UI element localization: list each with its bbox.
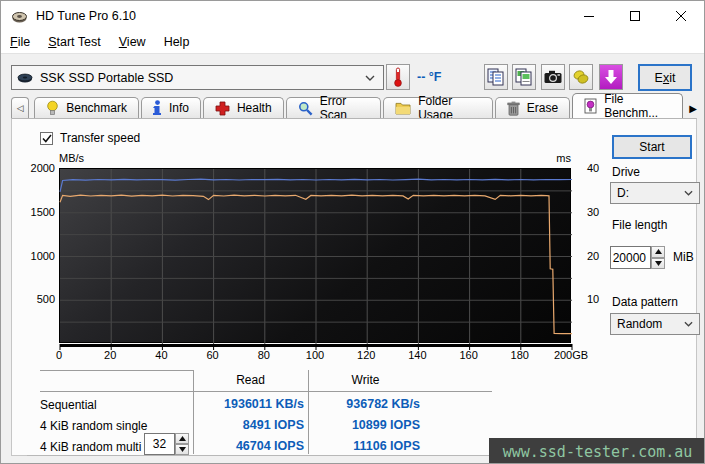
chevron-down-icon <box>365 75 375 81</box>
copy-image-icon <box>515 68 533 86</box>
donate-button[interactable] <box>569 64 593 90</box>
drive-select[interactable]: D: <box>610 182 700 204</box>
file-benchmark-panel: Transfer speed MB/s ms 200015001000500 4… <box>11 118 697 456</box>
close-button[interactable] <box>658 1 704 31</box>
thermometer-icon <box>393 67 403 87</box>
file-length-label: File length <box>612 218 667 232</box>
tab-erase[interactable]: Erase <box>495 97 570 118</box>
minimize-button[interactable] <box>566 1 612 31</box>
tab-file-benchmark-label: File Benchm... <box>604 92 671 120</box>
x-tick-label: 80 <box>258 349 270 361</box>
queue-depth-input[interactable]: 32 <box>144 433 175 455</box>
screenshot-button[interactable] <box>541 64 565 90</box>
table-header-line <box>40 391 492 392</box>
drive-disk-icon <box>17 72 33 84</box>
donate-hands-icon <box>572 68 590 86</box>
stepper-up-icon[interactable] <box>175 433 189 444</box>
random-single-read-value: 8491 IOPS <box>193 418 304 432</box>
magnifier-icon <box>298 101 313 116</box>
y-axis-left-tick-labels: 200015001000500 <box>12 168 55 343</box>
data-pattern-label: Data pattern <box>612 295 678 309</box>
x-tick-label: 140 <box>408 349 426 361</box>
menu-help[interactable]: Help <box>155 33 199 51</box>
file-benchmark-icon <box>584 98 597 114</box>
tab-folder-usage[interactable]: Folder Usage <box>383 97 493 118</box>
y-left-tick-label: 500 <box>37 293 55 305</box>
write-column-header: Write <box>308 373 423 387</box>
camera-icon <box>544 70 562 84</box>
hd-tune-window: HD Tune Pro 6.10 File Start Test View He… <box>0 0 705 464</box>
tab-health[interactable]: Health <box>203 97 284 118</box>
drive-label: Drive <box>612 165 640 179</box>
scroll-left-icon: ◁ <box>17 103 24 113</box>
file-length-stepper[interactable] <box>651 246 665 269</box>
drive-selector-dropdown[interactable]: SSK SSD Portable SSD <box>11 65 384 90</box>
start-button[interactable]: Start <box>612 135 692 159</box>
download-arrow-icon <box>604 69 618 85</box>
maximize-icon <box>630 11 641 22</box>
maximize-button[interactable] <box>612 1 658 31</box>
chart-plot-area <box>60 169 572 351</box>
x-tick-label: 20 <box>104 349 116 361</box>
tab-file-benchmark[interactable]: File Benchm... <box>572 93 683 118</box>
stepper-down-icon[interactable] <box>651 258 665 270</box>
tab-benchmark[interactable]: Benchmark <box>34 97 139 118</box>
title-bar: HD Tune Pro 6.10 <box>1 1 704 31</box>
transfer-speed-checkbox[interactable] <box>40 132 53 145</box>
checkmark-icon <box>42 134 52 143</box>
drive-selector-value: SSK SSD Portable SSD <box>40 71 365 85</box>
temperature-button[interactable] <box>386 64 410 90</box>
tab-benchmark-label: Benchmark <box>66 101 127 115</box>
queue-depth-stepper[interactable] <box>175 433 189 455</box>
random-multi-write-value: 11106 IOPS <box>308 439 420 453</box>
close-icon <box>676 11 687 22</box>
y-axis-left-title: MB/s <box>59 152 84 164</box>
tab-error-scan[interactable]: Error Scan <box>286 97 382 118</box>
toolbar: SSK SSD Portable SSD -- °F <box>1 53 704 93</box>
info-icon <box>153 100 162 116</box>
tab-scroll-left-button[interactable]: ◁ <box>11 97 29 118</box>
x-tick-label: 40 <box>155 349 167 361</box>
x-axis-tick-labels: 020406080100120140160180200GB <box>59 349 571 363</box>
x-tick-label: 180 <box>511 349 529 361</box>
sequential-write-value: 936782 KB/s <box>308 397 420 411</box>
stepper-down-icon[interactable] <box>175 444 189 455</box>
data-pattern-select[interactable]: Random <box>610 313 700 335</box>
folder-icon <box>395 102 411 115</box>
tab-info-label: Info <box>169 101 189 115</box>
table-top-line <box>40 370 193 371</box>
x-tick-label: 60 <box>206 349 218 361</box>
copy-image-button[interactable] <box>512 64 536 90</box>
x-tick-label: 0 <box>56 349 62 361</box>
y-right-tick-label: 10 <box>587 293 599 305</box>
menu-start-test[interactable]: Start Test <box>39 33 110 51</box>
sequential-read-value: 1936011 KB/s <box>193 397 304 411</box>
y-right-tick-label: 40 <box>587 162 599 174</box>
data-pattern-value: Random <box>617 317 684 331</box>
chevron-down-icon <box>684 190 693 196</box>
lightbulb-icon <box>46 100 59 116</box>
tab-health-label: Health <box>237 101 272 115</box>
read-column-header: Read <box>193 373 308 387</box>
tab-info[interactable]: Info <box>141 97 201 118</box>
stepper-up-icon[interactable] <box>651 246 665 258</box>
row-random-multi-label: 4 KiB random multi <box>40 440 141 454</box>
health-cross-icon <box>215 101 230 116</box>
copy-text-icon <box>487 68 505 86</box>
app-disk-icon <box>11 8 28 25</box>
temperature-value: -- °F <box>417 70 441 84</box>
transfer-speed-chart <box>59 168 571 343</box>
download-button[interactable] <box>599 64 623 90</box>
drive-select-value: D: <box>617 186 684 200</box>
exit-button[interactable]: Exit <box>638 64 692 91</box>
tab-erase-label: Erase <box>527 101 558 115</box>
file-length-input[interactable]: 20000 <box>610 246 651 269</box>
menu-view[interactable]: View <box>110 33 155 51</box>
x-tick-label: 160 <box>459 349 477 361</box>
random-multi-read-value: 46704 IOPS <box>193 439 304 453</box>
row-random-single-label: 4 KiB random single <box>40 419 147 433</box>
copy-text-button[interactable] <box>484 64 508 90</box>
menu-file[interactable]: File <box>1 33 39 51</box>
tab-scroll-right-button[interactable]: ▶ <box>689 103 697 114</box>
chevron-down-icon <box>684 321 693 327</box>
